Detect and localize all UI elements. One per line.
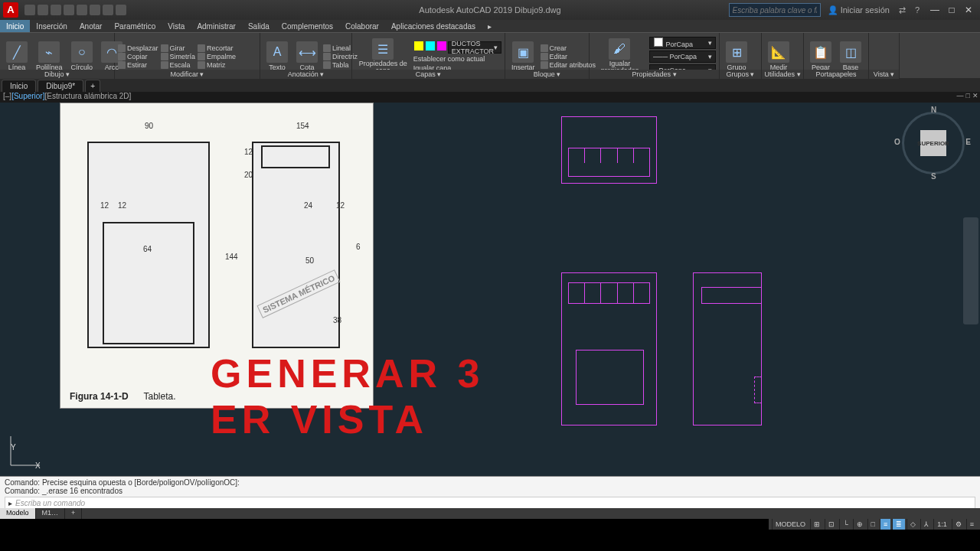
tab-insercion[interactable]: Inserción [30, 20, 74, 32]
tab-model[interactable]: Modelo [0, 508, 36, 519]
panel-title[interactable]: Modificar ▾ [115, 70, 260, 79]
panel-title[interactable]: Anotación ▾ [260, 70, 351, 79]
matriz-button[interactable]: Matriz [198, 61, 236, 69]
polilinea-button[interactable]: ⌁Polilínea [33, 40, 66, 73]
exchange-icon[interactable]: ⇄ [897, 5, 908, 15]
status-model[interactable]: MODELO [772, 519, 808, 530]
orbit-minimize[interactable]: [–] [3, 92, 11, 100]
status-polar-icon[interactable]: ⊕ [853, 519, 866, 530]
drawing-canvas[interactable]: 90 154 64 12 20 12 12 24 12 144 50 6 38 … [0, 103, 980, 476]
linetype-dropdown[interactable]: ─── PorCapa▾ [649, 51, 716, 63]
status-dyn-icon[interactable]: ≡ [880, 519, 890, 530]
circulo-button[interactable]: ○Círculo [68, 40, 96, 73]
quick-access-toolbar[interactable] [24, 5, 126, 15]
editar-bloque-button[interactable]: Editar [541, 53, 596, 60]
maximize-button[interactable]: □ [943, 5, 960, 15]
simetria-button[interactable]: Simetría [161, 53, 196, 60]
help-icon[interactable]: ? [913, 5, 922, 15]
command-window: Comando: Precise esquina opuesta o [Bord… [0, 476, 980, 508]
desplazar-button[interactable]: Desplazar [118, 44, 158, 52]
medir-button[interactable]: 📐Medir [765, 40, 792, 73]
panel-title[interactable]: Utilidades ▾ [762, 70, 803, 79]
app-logo[interactable]: A [3, 2, 18, 18]
visual-style[interactable]: [Estructura alámbrica 2D] [44, 92, 131, 100]
viewport-controls: [–][Superior][Estructura alámbrica 2D] —… [0, 92, 980, 103]
texto-button[interactable]: ATexto [263, 40, 291, 73]
tab-start[interactable]: Inicio [2, 80, 36, 92]
status-bar: MODELO ⊞ ⊡ └ ⊕ □ ≡ ≣ ◇ ⅄ 1:1 ⚙ ≡ [769, 519, 980, 530]
panel-title[interactable]: Bloque ▾ [505, 70, 589, 79]
pegar-button[interactable]: 📋Pegar [807, 40, 835, 73]
empalme-button[interactable]: Empalme [198, 53, 236, 60]
grupo-button[interactable]: ⊞Grupo [723, 40, 750, 73]
status-lwt-icon[interactable]: ≣ [892, 519, 905, 530]
tab-aplicaciones[interactable]: Aplicaciones destacadas [385, 20, 482, 32]
panel-title[interactable]: Vista ▾ [869, 70, 899, 79]
close-button[interactable]: ✕ [960, 5, 977, 15]
minimize-button[interactable]: — [926, 5, 943, 15]
tab-drawing[interactable]: Dibujo9* [38, 80, 83, 92]
tab-add-layout[interactable]: + [65, 508, 82, 519]
set-current-layer-button[interactable]: Establecer como actual [413, 55, 501, 63]
status-osnap-icon[interactable]: □ [867, 519, 878, 530]
status-snap-icon[interactable]: ⊡ [825, 519, 838, 530]
tab-vista[interactable]: Vista [162, 20, 191, 32]
ribbon-tabs: Inicio Inserción Anotar Paramétrico Vist… [0, 20, 980, 32]
tab-new[interactable]: + [85, 80, 100, 92]
status-ortho-icon[interactable]: └ [839, 519, 851, 530]
tab-parametrico[interactable]: Paramétrico [108, 20, 162, 32]
girar-button[interactable]: Girar [161, 44, 196, 52]
color-dropdown[interactable]: PorCapa▾ [649, 37, 716, 49]
copiar-button[interactable]: Copiar [118, 53, 158, 60]
tab-complementos[interactable]: Complementos [276, 20, 339, 32]
cota-button[interactable]: ⟷Cota [293, 40, 321, 73]
tab-expand[interactable]: ▸ [482, 20, 498, 32]
base-button[interactable]: ◫Base [837, 40, 864, 73]
crear-bloque-button[interactable]: Crear [541, 44, 596, 52]
tab-anotar[interactable]: Anotar [74, 20, 108, 32]
title-bar: A Autodesk AutoCAD 2019 Dibujo9.dwg 👤 In… [0, 0, 980, 20]
command-input[interactable]: ▸ Escriba un comando [5, 497, 975, 509]
linea-button[interactable]: ╱Línea [3, 40, 31, 73]
ribbon: ╱Línea ⌁Polilínea ○Círculo ◠Arco Dibujo … [0, 32, 980, 78]
panel-portapapeles: 📋Pegar ◫Base Portapapeles [804, 33, 869, 79]
editar-atributos-button[interactable]: Editar atributos [541, 61, 596, 69]
command-history-line: Comando: Precise esquina opuesta o [Bord… [5, 478, 975, 487]
recortar-button[interactable]: Recortar [198, 44, 236, 52]
signin-button[interactable]: 👤 Iniciar sesión [825, 5, 892, 15]
view-superior[interactable]: [Superior] [11, 92, 44, 100]
status-gear-icon[interactable]: ⚙ [952, 519, 965, 530]
doc-maximize[interactable]: □ [966, 92, 970, 99]
tab-colaborar[interactable]: Colaborar [339, 20, 385, 32]
status-scale[interactable]: 1:1 [933, 519, 950, 530]
status-anno-icon[interactable]: ⅄ [920, 519, 932, 530]
panel-title[interactable]: Propiedades ▾ [590, 70, 719, 79]
insertar-button[interactable]: ▣Insertar [508, 40, 538, 73]
panel-modificar: Desplazar Copiar Estirar Girar Simetría … [115, 33, 260, 79]
doc-close[interactable]: ✕ [972, 92, 978, 99]
estirar-button[interactable]: Estirar [118, 61, 158, 69]
status-menu-icon[interactable]: ≡ [966, 519, 977, 530]
status-iso-icon[interactable]: ◇ [906, 519, 919, 530]
panel-anotacion: ATexto ⟷Cota Lineal Directriz Tabla Anot… [260, 33, 352, 79]
panel-title[interactable]: Dibujo ▾ [0, 70, 114, 79]
panel-title[interactable]: Capas ▾ [352, 70, 505, 79]
cad-view-top [561, 116, 657, 184]
layer-dropdown[interactable]: DUCTOS EXTRACTOR▾ [448, 41, 501, 54]
tab-salida[interactable]: Salida [242, 20, 276, 32]
panel-vista: Vista ▾ [869, 33, 900, 79]
tab-layout1[interactable]: M1… [36, 508, 66, 519]
tab-inicio[interactable]: Inicio [0, 20, 30, 32]
command-history-line: Comando: _.erase 16 encontrados [5, 487, 975, 495]
window-title: Autodesk AutoCAD 2019 Dibujo9.dwg [419, 5, 560, 15]
help-search-input[interactable] [729, 3, 821, 17]
doc-minimize[interactable]: — [957, 92, 964, 99]
escala-button[interactable]: Escala [161, 61, 196, 69]
tab-administrar[interactable]: Administrar [191, 20, 242, 32]
panel-title[interactable]: Portapapeles [804, 70, 868, 79]
navigation-bar[interactable] [963, 217, 978, 324]
panel-propiedades: 🖌Igualar propiedades PorCapa▾ ─── PorCap… [590, 33, 720, 79]
status-grid-icon[interactable]: ⊞ [810, 519, 823, 530]
panel-title[interactable]: Grupos ▾ [720, 70, 761, 79]
view-cube[interactable]: SUPERIOR N S E O [899, 109, 968, 178]
